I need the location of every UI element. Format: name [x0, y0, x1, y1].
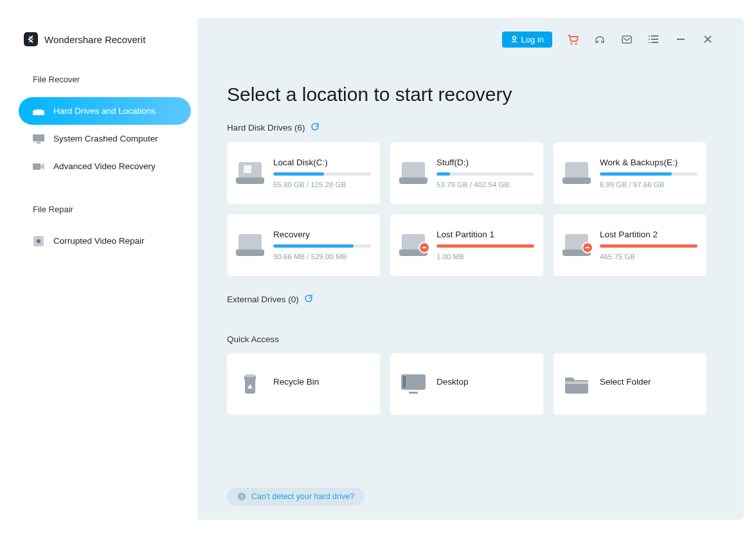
brand-label: Wondershare Recoverit: [44, 34, 145, 45]
svg-rect-4: [33, 163, 40, 170]
qa-icon: [236, 371, 264, 397]
svg-point-6: [37, 239, 40, 243]
nav-label: Corrupted Video Repair: [53, 236, 145, 246]
section-file-recover: File Recover: [19, 66, 191, 97]
qa-label: Desktop: [437, 377, 469, 387]
mail-icon[interactable]: [620, 33, 633, 46]
svg-rect-18: [409, 392, 418, 394]
headset-icon[interactable]: [593, 33, 606, 46]
login-button[interactable]: Log in: [502, 32, 552, 48]
drive-card[interactable]: Local Disk(C:) 65.80 GB / 125.28 GB: [227, 142, 380, 204]
wrench-icon: [33, 237, 44, 246]
svg-point-13: [649, 42, 650, 43]
drive-icon: [236, 162, 264, 184]
svg-rect-10: [622, 36, 631, 43]
drive-name: Work & Backups(E:): [600, 158, 698, 167]
nav-label: Hard Drives and Locations: [53, 106, 156, 116]
close-icon[interactable]: [701, 33, 714, 46]
nav-corrupted-video[interactable]: Corrupted Video Repair: [19, 227, 191, 255]
drive-stats: 65.80 GB / 125.28 GB: [273, 181, 371, 188]
help-icon: ?: [237, 492, 246, 501]
svg-point-11: [649, 35, 650, 37]
drive-icon: [562, 162, 591, 184]
svg-rect-2: [33, 134, 44, 142]
nav-label: System Crashed Computer: [53, 134, 158, 143]
quick-access-card[interactable]: Select Folder: [554, 353, 706, 415]
drive-card[interactable]: Lost Partition 1 1.00 MB: [390, 214, 543, 276]
quick-access-card[interactable]: Desktop: [390, 353, 543, 415]
drive-stats: 90.66 MB / 529.00 MB: [273, 253, 371, 260]
svg-point-7: [512, 37, 516, 40]
drive-name: Recovery: [273, 230, 371, 239]
section-file-repair: File Repair: [19, 180, 191, 227]
drive-stats: 1.00 MB: [437, 253, 534, 260]
ext-header: External Drives (0): [227, 294, 714, 305]
drive-icon: [399, 234, 428, 256]
hdd-header: Hard Disk Drives (6): [227, 122, 714, 133]
svg-point-1: [33, 109, 44, 113]
refresh-icon[interactable]: [310, 122, 320, 133]
drive-name: Lost Partition 1: [437, 230, 534, 239]
drive-stats: 465.75 GB: [600, 253, 698, 260]
usage-bar: [600, 244, 698, 248]
drive-name: Local Disk(C:): [273, 158, 371, 167]
svg-point-9: [575, 43, 577, 45]
svg-rect-3: [37, 142, 40, 143]
drive-card[interactable]: Stuff(D:) 53.79 GB / 402.54 GB: [390, 142, 543, 204]
quick-access-grid: Recycle BinDesktopSelect Folder: [227, 353, 714, 415]
page-title: Select a location to start recovery: [227, 84, 714, 105]
usage-bar: [273, 244, 371, 248]
drive-stats: 53.79 GB / 402.54 GB: [437, 181, 534, 188]
nav-hard-drives[interactable]: Hard Drives and Locations: [19, 97, 191, 125]
qa-icon: [399, 371, 428, 397]
drive-name: Lost Partition 2: [600, 230, 698, 239]
svg-text:?: ?: [240, 494, 243, 500]
monitor-icon: [33, 134, 44, 143]
drive-stats: 6.99 GB / 97.66 GB: [600, 181, 698, 188]
usage-bar: [600, 172, 698, 176]
refresh-icon[interactable]: [304, 294, 313, 305]
qa-label: Select Folder: [600, 377, 651, 387]
drive-card[interactable]: Work & Backups(E:) 6.99 GB / 97.66 GB: [554, 142, 706, 204]
drive-icon: [33, 107, 44, 116]
usage-bar: [437, 244, 534, 248]
topbar: Log in: [227, 18, 714, 60]
list-icon[interactable]: [647, 33, 660, 46]
svg-point-12: [649, 39, 650, 40]
drives-grid: Local Disk(C:) 65.80 GB / 125.28 GB Stuf…: [227, 142, 714, 276]
drive-icon: [562, 234, 591, 256]
brand-icon: [24, 32, 38, 46]
cart-icon[interactable]: [566, 33, 579, 46]
detect-help-label: Can't detect your hard drive?: [251, 492, 354, 501]
qa-icon: [562, 371, 591, 397]
qa-label: Recycle Bin: [273, 377, 319, 387]
minimize-icon[interactable]: [674, 33, 687, 46]
svg-rect-19: [565, 381, 588, 384]
svg-rect-17: [403, 376, 406, 388]
nav-system-crashed[interactable]: System Crashed Computer: [19, 125, 191, 152]
svg-point-8: [571, 43, 573, 45]
nav-label: Advanced Video Recovery: [53, 161, 156, 171]
user-icon: [510, 35, 518, 43]
qa-header: Quick Access: [227, 334, 714, 344]
quick-access-card[interactable]: Recycle Bin: [227, 353, 380, 415]
camera-icon: [33, 162, 44, 171]
main: Log in Select a location to start recove…: [197, 18, 744, 520]
drive-icon: [399, 162, 428, 184]
detect-help-link[interactable]: ? Can't detect your hard drive?: [227, 488, 364, 506]
nav-advanced-video[interactable]: Advanced Video Recovery: [19, 152, 191, 180]
sidebar: Wondershare Recoverit File Recover Hard …: [12, 18, 197, 520]
usage-bar: [273, 172, 371, 176]
drive-card[interactable]: Recovery 90.66 MB / 529.00 MB: [227, 214, 380, 276]
drive-name: Stuff(D:): [437, 158, 534, 167]
brand: Wondershare Recoverit: [19, 31, 191, 66]
usage-bar: [437, 172, 534, 176]
drive-icon: [236, 234, 264, 256]
svg-point-14: [244, 374, 256, 378]
login-label: Log in: [521, 35, 544, 44]
drive-card[interactable]: Lost Partition 2 465.75 GB: [554, 214, 706, 276]
